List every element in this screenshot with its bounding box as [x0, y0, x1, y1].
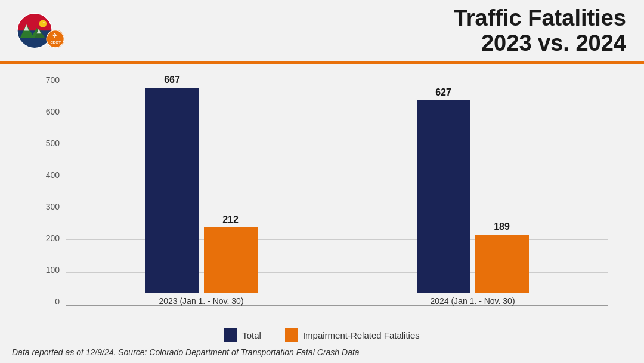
header: ✈ CDOT ™ Traffic Fatalities 2023 vs. 202…: [0, 0, 644, 56]
footer-text: Data reported as of 12/9/24. Source: Col…: [12, 347, 360, 357]
footer: Data reported as of 12/9/24. Source: Col…: [0, 344, 644, 363]
bar-value-2024-impairment: 189: [494, 222, 510, 232]
chart-container: 0 100 200 300 400 500 600 700: [0, 64, 644, 344]
page-container: ✈ CDOT ™ Traffic Fatalities 2023 vs. 202…: [0, 0, 644, 363]
bar-wrapper-2023-impairment: 212: [204, 214, 258, 293]
bar-wrapper-2024-total: 627: [417, 87, 470, 293]
bars-wrapper: 667 212 2023 (Jan 1. - Nov. 30): [66, 76, 608, 306]
svg-text:CDOT: CDOT: [50, 40, 61, 44]
bar-2023-impairment: [204, 227, 258, 293]
legend-label-total: Total: [242, 330, 261, 340]
svg-text:™: ™: [42, 21, 45, 24]
bar-2023-total: [145, 88, 199, 293]
legend-label-impairment: Impairment-Related Fatalities: [303, 330, 420, 340]
y-label-300: 300: [36, 202, 60, 211]
y-label-0: 0: [36, 297, 60, 306]
legend-swatch-impairment: [285, 328, 298, 342]
y-label-600: 600: [36, 107, 60, 116]
svg-text:✈: ✈: [52, 33, 58, 39]
bar-value-2023-total: 667: [164, 75, 180, 85]
title-area: Traffic Fatalities 2023 vs. 2024: [454, 6, 626, 56]
y-label-500: 500: [36, 139, 60, 147]
bar-2024-total: [417, 100, 470, 293]
x-label-2024: 2024 (Jan 1. - Nov. 30): [430, 296, 515, 306]
bar-group-2024-inner: 627 189: [417, 87, 529, 293]
bar-value-2023-impairment: 212: [222, 214, 239, 225]
bar-2024-impairment: [475, 235, 529, 293]
bar-group-2024: 627 189 2024 (Jan 1. - Nov. 30): [417, 87, 529, 306]
chart-title-line2: 2023 vs. 2024: [454, 31, 626, 56]
y-label-200: 200: [36, 234, 60, 242]
bar-wrapper-2023-total: 667: [145, 75, 199, 293]
chart-area: 0 100 200 300 400 500 600 700: [36, 70, 608, 324]
y-label-400: 400: [36, 171, 60, 179]
y-label-700: 700: [36, 76, 60, 84]
chart-inner: 667 212 2023 (Jan 1. - Nov. 30): [66, 70, 608, 324]
bar-value-2024-total: 627: [435, 87, 451, 98]
chart-title-line1: Traffic Fatalities: [454, 6, 626, 31]
bar-wrapper-2024-impairment: 189: [475, 222, 529, 293]
logo-area: ✈ CDOT ™: [12, 11, 66, 50]
legend: Total Impairment-Related Fatalities: [36, 324, 608, 344]
x-label-2023: 2023 (Jan 1. - Nov. 30): [159, 296, 243, 306]
bar-group-2023-inner: 667 212: [145, 75, 258, 293]
y-label-100: 100: [36, 266, 60, 274]
legend-item-impairment: Impairment-Related Fatalities: [285, 328, 420, 342]
cdot-logo: ✈ CDOT ™: [12, 11, 66, 50]
legend-item-total: Total: [224, 328, 261, 342]
bar-group-2023: 667 212 2023 (Jan 1. - Nov. 30): [145, 75, 258, 306]
y-axis: 0 100 200 300 400 500 600 700: [36, 70, 60, 324]
legend-swatch-total: [224, 328, 237, 342]
